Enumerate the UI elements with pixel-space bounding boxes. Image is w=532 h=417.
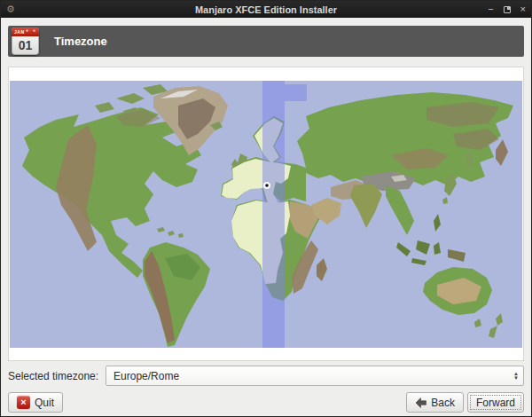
calendar-month-label: JAN: [14, 29, 25, 35]
window-title: Manjaro XFCE Edition Installer: [1, 4, 531, 15]
forward-label: Forward: [476, 397, 515, 409]
maximize-icon[interactable]: [504, 6, 511, 13]
calendar-ring: [33, 29, 35, 32]
back-button[interactable]: Back: [406, 392, 464, 413]
calendar-icon: JAN 01: [12, 28, 39, 55]
timezone-label: Selected timezone:: [8, 370, 98, 382]
nav-buttons: Back Forward: [406, 392, 524, 413]
window-controls: − ×: [488, 4, 526, 14]
timezone-select[interactable]: Europe/Rome ▲ ▼: [106, 366, 524, 386]
timezone-band-svalbard[interactable]: [285, 84, 307, 101]
quit-label: Quit: [35, 397, 54, 409]
titlebar: ⚙ Manjaro XFCE Edition Installer − ×: [1, 1, 531, 18]
timezone-world-map[interactable]: [10, 81, 522, 348]
minimize-icon[interactable]: −: [488, 4, 493, 14]
calendar-ring: [26, 29, 28, 32]
calendar-icon-top: JAN: [12, 28, 39, 36]
button-row: × Quit Back Forward: [8, 392, 524, 413]
back-arrow-icon: [415, 397, 426, 408]
step-header: JAN 01 Timezone: [8, 26, 524, 57]
timezone-selected-value: Europe/Rome: [113, 370, 513, 382]
timezone-marker[interactable]: [263, 182, 270, 189]
back-label: Back: [431, 397, 455, 409]
timezone-row: Selected timezone: Europe/Rome ▲ ▼: [8, 366, 524, 386]
timezone-band[interactable]: [262, 81, 285, 348]
page-title: Timezone: [54, 35, 107, 48]
forward-button[interactable]: Forward: [467, 392, 524, 413]
installer-window: ⚙ Manjaro XFCE Edition Installer − × JAN…: [0, 0, 532, 417]
gear-icon[interactable]: ⚙: [6, 4, 15, 14]
calendar-day-label: 01: [12, 36, 39, 54]
combobox-spinner-icon[interactable]: ▲ ▼: [513, 372, 519, 381]
quit-icon: ×: [17, 396, 30, 409]
close-icon[interactable]: ×: [520, 4, 526, 14]
timezone-map-frame: [8, 67, 524, 361]
quit-button[interactable]: × Quit: [8, 392, 63, 413]
